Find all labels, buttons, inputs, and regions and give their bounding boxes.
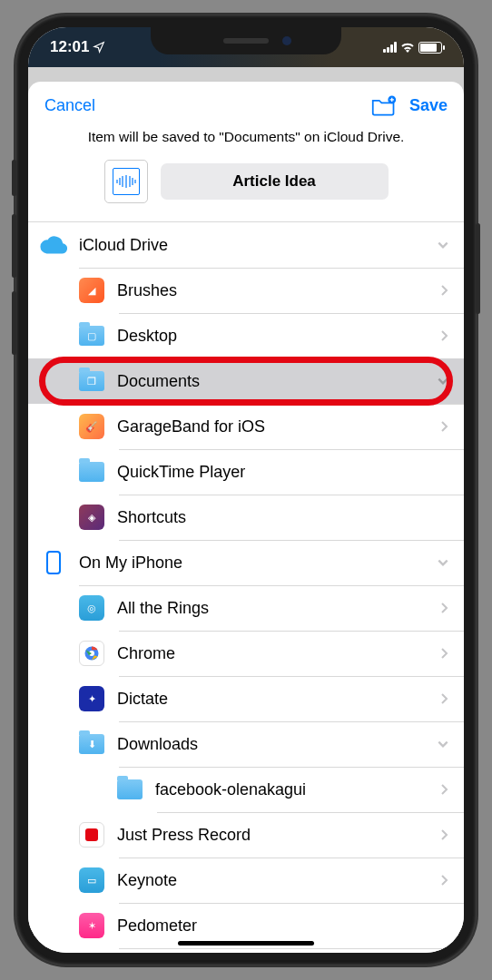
folder-desktop[interactable]: ▢ Desktop bbox=[28, 313, 464, 358]
folder-quicktime[interactable]: QuickTime Player bbox=[28, 449, 464, 495]
folder-label: facebook-olenakagui bbox=[155, 780, 438, 799]
new-folder-icon[interactable] bbox=[371, 94, 397, 116]
screen: 12:01 Cancel bbox=[28, 27, 464, 953]
folder-facebook[interactable]: facebook-olenakagui bbox=[28, 767, 464, 812]
section-label: iCloud Drive bbox=[79, 236, 437, 255]
mute-switch bbox=[12, 160, 16, 196]
folder-label: Just Press Record bbox=[117, 826, 438, 845]
folder-icon: ⬇ bbox=[79, 734, 104, 754]
chevron-down-icon bbox=[437, 239, 449, 251]
folder-dictate[interactable]: ✦ Dictate bbox=[28, 676, 464, 721]
item-thumbnail bbox=[104, 160, 148, 203]
shortcuts-app-icon: ◈ bbox=[79, 505, 104, 530]
folder-label: All the Rings bbox=[117, 599, 438, 618]
section-on-my-iphone[interactable]: On My iPhone bbox=[28, 540, 464, 585]
folder-garageband[interactable]: 🎸 GarageBand for iOS bbox=[28, 404, 464, 449]
battery-icon bbox=[418, 42, 442, 54]
chevron-right-icon bbox=[438, 692, 449, 705]
item-preview bbox=[28, 160, 464, 221]
save-button[interactable]: Save bbox=[409, 96, 448, 115]
chrome-app-icon bbox=[79, 641, 104, 666]
chevron-right-icon bbox=[438, 783, 449, 796]
cloud-icon bbox=[40, 236, 67, 254]
chevron-right-icon bbox=[438, 828, 449, 841]
folder-all-the-rings[interactable]: ◎ All the Rings bbox=[28, 585, 464, 631]
save-sheet: Cancel Save Item will be saved to "Docum… bbox=[28, 82, 464, 953]
folder-label: Downloads bbox=[117, 735, 437, 754]
folder-chrome[interactable]: Chrome bbox=[28, 631, 464, 676]
location-icon bbox=[93, 41, 105, 54]
status-time: 12:01 bbox=[50, 38, 89, 56]
folder-icon bbox=[79, 462, 104, 482]
audio-waveform-icon bbox=[116, 175, 136, 188]
chevron-down-icon bbox=[437, 375, 449, 387]
home-indicator[interactable] bbox=[178, 941, 314, 946]
folder-label: Documents bbox=[117, 372, 437, 391]
wifi-icon bbox=[400, 42, 415, 53]
folder-label: Dictate bbox=[117, 690, 438, 709]
keynote-app-icon: ▭ bbox=[79, 867, 104, 893]
folder-label: Brushes bbox=[117, 281, 438, 300]
folder-just-press-record[interactable]: Just Press Record bbox=[28, 812, 464, 858]
chevron-right-icon bbox=[438, 420, 449, 433]
chevron-right-icon bbox=[438, 874, 449, 887]
folder-icon: ❐ bbox=[79, 371, 104, 391]
folder-icon bbox=[117, 779, 143, 799]
chevron-right-icon bbox=[438, 284, 449, 297]
folder-downloads[interactable]: ⬇ Downloads bbox=[28, 721, 464, 767]
chevron-down-icon bbox=[437, 556, 449, 569]
folder-label: GarageBand for iOS bbox=[117, 417, 438, 436]
item-name-field[interactable] bbox=[161, 163, 389, 200]
folder-label: Desktop bbox=[117, 327, 438, 346]
folder-documents[interactable]: ❐ Documents bbox=[28, 358, 464, 404]
power-button bbox=[476, 223, 480, 314]
folder-label: Chrome bbox=[117, 644, 438, 663]
folder-icon: ▢ bbox=[79, 326, 104, 346]
rings-app-icon: ◎ bbox=[79, 595, 104, 621]
phone-frame: 12:01 Cancel bbox=[15, 15, 477, 965]
cellular-signal-icon bbox=[383, 42, 397, 53]
cancel-button[interactable]: Cancel bbox=[44, 96, 95, 115]
garageband-app-icon: 🎸 bbox=[79, 414, 104, 439]
folder-keynote[interactable]: ▭ Keynote bbox=[28, 858, 464, 903]
folder-brushes[interactable]: ◢ Brushes bbox=[28, 268, 464, 313]
sheet-header: Cancel Save bbox=[28, 82, 464, 125]
chevron-right-icon bbox=[438, 602, 449, 614]
dictate-app-icon: ✦ bbox=[79, 686, 104, 711]
record-app-icon bbox=[79, 822, 104, 848]
chevron-right-icon bbox=[438, 329, 449, 342]
folder-shortcuts[interactable]: ◈ Shortcuts bbox=[28, 495, 464, 540]
iphone-icon bbox=[46, 551, 61, 574]
save-destination-text: Item will be saved to "Documents" on iCl… bbox=[28, 125, 464, 160]
folder-label: Pedometer bbox=[117, 916, 449, 936]
section-label: On My iPhone bbox=[79, 554, 437, 573]
location-list[interactable]: iCloud Drive ◢ Brushes ▢ Desktop ❐ Docu bbox=[28, 222, 464, 953]
folder-label: QuickTime Player bbox=[117, 463, 449, 482]
brushes-app-icon: ◢ bbox=[79, 278, 104, 303]
pedometer-app-icon: ✶ bbox=[79, 913, 104, 938]
folder-label: Shortcuts bbox=[117, 508, 449, 527]
chevron-right-icon bbox=[438, 647, 449, 660]
section-icloud-drive[interactable]: iCloud Drive bbox=[28, 222, 464, 268]
notch bbox=[151, 27, 341, 54]
folder-label: Keynote bbox=[117, 871, 438, 890]
volume-up bbox=[12, 214, 16, 278]
chevron-down-icon bbox=[437, 738, 449, 750]
volume-down bbox=[12, 291, 16, 355]
